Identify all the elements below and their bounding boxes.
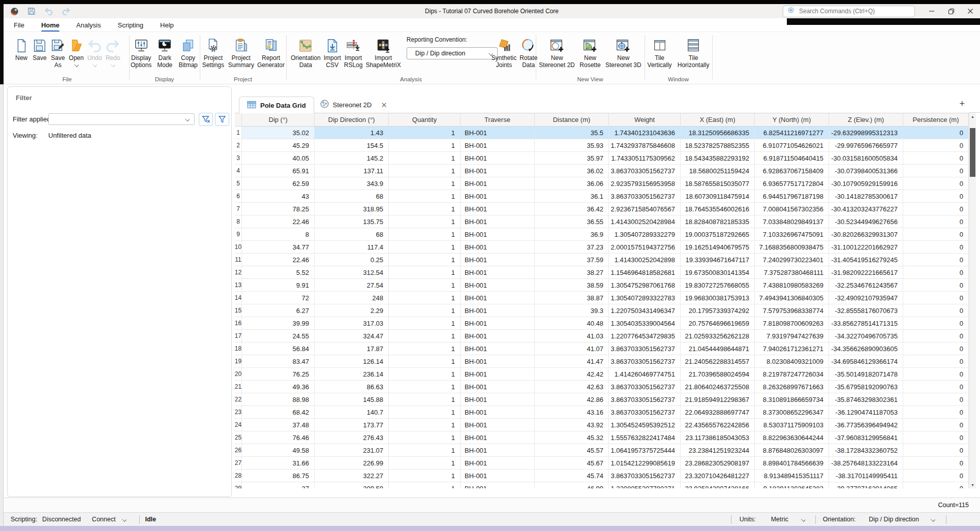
cell[interactable]: 1 xyxy=(389,355,461,368)
row-number[interactable]: 12 xyxy=(235,266,242,279)
row-number[interactable]: 11 xyxy=(235,254,242,266)
cell[interactable]: 3.8637033051562737 xyxy=(609,381,681,393)
cell[interactable]: 145.2 xyxy=(315,152,389,165)
cell[interactable]: 0 xyxy=(903,266,969,279)
minimize-button[interactable] xyxy=(922,4,941,18)
cell[interactable]: 0 xyxy=(903,139,969,152)
cell[interactable]: BH-001 xyxy=(461,254,535,266)
cell[interactable]: 38.59 xyxy=(535,279,609,292)
cell[interactable]: 3.8637033051562737 xyxy=(609,165,681,177)
cell[interactable]: 1 xyxy=(389,317,461,330)
cell[interactable]: BH-001 xyxy=(461,203,535,215)
cell[interactable]: BH-001 xyxy=(461,190,535,203)
add-view-button[interactable]: + xyxy=(959,99,965,108)
cell[interactable]: -29.632998995312313 xyxy=(829,127,903,139)
cell[interactable]: 43.92 xyxy=(535,419,609,431)
row-number[interactable]: 22 xyxy=(235,393,242,406)
cell[interactable]: 318.95 xyxy=(315,203,389,215)
cell[interactable]: 317.03 xyxy=(315,317,389,330)
cell[interactable]: 36.42 xyxy=(535,203,609,215)
cell[interactable]: 322.27 xyxy=(315,470,389,482)
row-number[interactable]: 18 xyxy=(235,342,242,355)
cell[interactable]: -33.856278514171315 xyxy=(829,317,903,330)
row-number[interactable]: 9 xyxy=(235,228,242,241)
connect-chevron-icon[interactable] xyxy=(122,517,127,522)
units-value[interactable]: Metric xyxy=(771,516,788,523)
cell[interactable]: 45.32 xyxy=(535,431,609,444)
cell[interactable]: 6.27 xyxy=(242,304,315,317)
cell[interactable]: BH-001 xyxy=(461,177,535,190)
save-as-button[interactable]: Save As xyxy=(49,35,67,69)
cell[interactable]: BH-001 xyxy=(461,241,535,254)
cell[interactable]: 23.286823052908197 xyxy=(681,457,755,470)
cell[interactable]: 137.11 xyxy=(315,165,389,177)
cell[interactable]: 20.75764696619659 xyxy=(681,317,755,330)
menu-home[interactable]: Home xyxy=(41,21,59,29)
cell[interactable]: 22.46 xyxy=(242,215,315,228)
cell[interactable]: 6.928637067158409 xyxy=(755,165,829,177)
cell[interactable]: 0 xyxy=(903,304,969,317)
cell[interactable]: 9.91 xyxy=(242,279,315,292)
cell[interactable]: 3.8637033051562737 xyxy=(609,355,681,368)
cell[interactable]: BH-001 xyxy=(461,304,535,317)
cell[interactable]: 0 xyxy=(903,165,969,177)
cell[interactable]: 21.806402463725508 xyxy=(681,381,755,393)
table-row[interactable]: 125.52312.541BH-00138.271.15469648185826… xyxy=(235,266,969,279)
column-header[interactable]: Quantity xyxy=(389,113,461,127)
cell[interactable]: BH-001 xyxy=(461,279,535,292)
redo-button[interactable]: Redo xyxy=(104,35,122,67)
column-header[interactable]: Y (North) (m) xyxy=(755,113,829,127)
cell[interactable]: 1 xyxy=(389,368,461,381)
reporting-convention-select[interactable]: Dip / Dip direction xyxy=(407,47,498,59)
cell[interactable]: 0 xyxy=(903,330,969,342)
cell[interactable]: BH-001 xyxy=(461,419,535,431)
cell[interactable]: 49.36 xyxy=(242,381,315,393)
cell[interactable]: BH-001 xyxy=(461,444,535,457)
cell[interactable]: -30.820266329931307 xyxy=(829,228,903,241)
cell[interactable]: 0 xyxy=(903,254,969,266)
row-number[interactable]: 26 xyxy=(235,444,242,457)
tile-vertically-button[interactable]: Tile Vertically xyxy=(645,35,675,69)
row-number[interactable]: 16 xyxy=(235,317,242,330)
table-row[interactable]: 2886.75322.271BH-00145.743.8637033051562… xyxy=(235,470,969,482)
cell[interactable]: 19.000375187292665 xyxy=(681,228,755,241)
row-number-header[interactable] xyxy=(235,113,242,127)
menu-scripting[interactable]: Scripting xyxy=(118,21,144,29)
row-number[interactable]: 17 xyxy=(235,330,242,342)
cell[interactable]: 0 xyxy=(903,368,969,381)
cell[interactable]: 88.98 xyxy=(242,393,315,406)
cell[interactable]: -30.107905929159916 xyxy=(829,177,903,190)
cell[interactable]: 8.373008652296347 xyxy=(755,406,829,419)
cell[interactable]: 7.375287380468111 xyxy=(755,266,829,279)
cell[interactable]: 43.16 xyxy=(535,406,609,419)
cell[interactable]: 35.93 xyxy=(535,139,609,152)
open-button[interactable]: Open xyxy=(67,35,85,67)
cell[interactable]: -36.77356396494942 xyxy=(829,419,903,431)
cell[interactable]: 21.918594912298367 xyxy=(681,393,755,406)
cell[interactable]: 78.25 xyxy=(242,203,315,215)
cell[interactable]: 8.876848026303097 xyxy=(755,444,829,457)
cell[interactable]: 6.910771054626021 xyxy=(755,139,829,152)
cell[interactable]: 45.29 xyxy=(242,139,315,152)
cell[interactable]: 39.99 xyxy=(242,317,315,330)
cell[interactable]: 1 xyxy=(389,419,461,431)
cell[interactable]: 7.1688356800938475 xyxy=(755,241,829,254)
cell[interactable]: 1.3054524595392512 xyxy=(609,419,681,431)
cell[interactable]: 46.99 xyxy=(535,482,609,488)
row-number[interactable]: 15 xyxy=(235,304,242,317)
table-row[interactable]: 465.91137.111BH-00136.023.86370330515627… xyxy=(235,165,969,177)
table-row[interactable]: 139.9127.541BH-00138.591.305475298706176… xyxy=(235,279,969,292)
cell[interactable]: 56.84 xyxy=(242,342,315,355)
cell[interactable]: BH-001 xyxy=(461,127,535,139)
cell[interactable]: -30.14182785300617 xyxy=(829,190,903,203)
cell[interactable]: 0 xyxy=(903,127,969,139)
cell[interactable]: 309.59 xyxy=(315,482,389,488)
restore-button[interactable] xyxy=(941,4,961,18)
cell[interactable]: 2.29 xyxy=(315,304,389,317)
table-row[interactable]: 822.46135.751BH-00136.551.41430025204289… xyxy=(235,215,969,228)
cell[interactable]: 43 xyxy=(242,190,315,203)
cell[interactable]: 24.55 xyxy=(242,330,315,342)
cell[interactable]: 1 xyxy=(389,254,461,266)
row-number[interactable]: 21 xyxy=(235,381,242,393)
cell[interactable]: 19.968300381753913 xyxy=(681,292,755,304)
